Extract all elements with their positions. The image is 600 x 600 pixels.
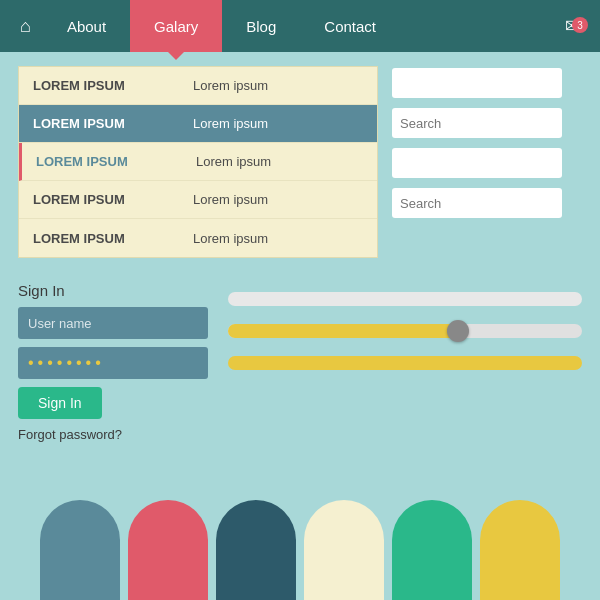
color-palette: [0, 480, 600, 600]
slider-2[interactable]: [228, 324, 582, 338]
envelope-button[interactable]: ✉ 3: [553, 15, 592, 37]
palette-arch-4: [304, 500, 384, 600]
table-col2: Lorem ipsum: [179, 231, 377, 246]
signin-form: Sign In •••••••• Sign In Forgot password…: [18, 282, 208, 442]
table-col1: LOREM IPSUM: [19, 192, 179, 207]
signin-title: Sign In: [18, 282, 208, 299]
nav-home-button[interactable]: ⌂: [8, 8, 43, 45]
slider-1[interactable]: [228, 292, 582, 306]
search-input-4[interactable]: [392, 196, 562, 211]
slider-thumb[interactable]: [447, 320, 469, 342]
sliders-section: [228, 282, 582, 370]
forgot-password-link[interactable]: Forgot password?: [18, 427, 208, 442]
nav-item-blog[interactable]: Blog: [222, 0, 300, 52]
search-input-2[interactable]: [392, 116, 562, 131]
palette-arch-1: [40, 500, 120, 600]
table-row: LOREM IPSUM Lorem ipsum: [19, 181, 377, 219]
palette-arch-5: [392, 500, 472, 600]
search-section: 🔍 🔍 🔍 🔍: [392, 66, 562, 258]
table-row: LOREM IPSUM Lorem ipsum: [19, 219, 377, 257]
bottom-section: Sign In •••••••• Sign In Forgot password…: [0, 272, 600, 452]
nav-item-galary[interactable]: Galary: [130, 0, 222, 52]
search-bar-3: 🔍: [392, 148, 562, 178]
table-col1: LOREM IPSUM: [19, 116, 179, 131]
menu-table: LOREM IPSUM Lorem ipsum LOREM IPSUM Lore…: [18, 66, 378, 258]
table-col2: Lorem ipsum: [179, 78, 377, 93]
table-col1: LOREM IPSUM: [22, 154, 182, 169]
search-input-3[interactable]: [392, 156, 562, 171]
username-input[interactable]: [18, 307, 208, 339]
palette-arch-2: [128, 500, 208, 600]
search-bar-2: 🔍: [392, 108, 562, 138]
nav-item-about[interactable]: About: [43, 0, 130, 52]
navbar: ⌂ About Galary Blog Contact ✉ 3: [0, 0, 600, 52]
search-bar-1: 🔍: [392, 68, 562, 98]
table-col2: Lorem ipsum: [182, 154, 377, 169]
search-input-1[interactable]: [392, 76, 562, 91]
password-dots: ••••••••: [28, 354, 105, 372]
notification-badge: 3: [572, 17, 588, 33]
main-content: LOREM IPSUM Lorem ipsum LOREM IPSUM Lore…: [0, 52, 600, 272]
palette-arch-6: [480, 500, 560, 600]
palette-arch-3: [216, 500, 296, 600]
table-col2: Lorem ipsum: [179, 192, 377, 207]
table-row: LOREM IPSUM Lorem ipsum: [19, 105, 377, 143]
slider-3[interactable]: [228, 356, 582, 370]
search-bar-4: 🔍: [392, 188, 562, 218]
nav-item-contact[interactable]: Contact: [300, 0, 400, 52]
table-col2: Lorem ipsum: [179, 116, 377, 131]
table-row: LOREM IPSUM Lorem ipsum: [19, 67, 377, 105]
table-col1: LOREM IPSUM: [19, 231, 179, 246]
table-col1: LOREM IPSUM: [19, 78, 179, 93]
table-row: LOREM IPSUM Lorem ipsum: [19, 143, 377, 181]
signin-button[interactable]: Sign In: [18, 387, 102, 419]
